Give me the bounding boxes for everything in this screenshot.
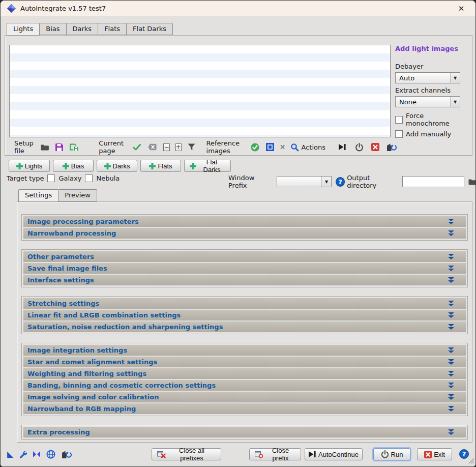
add-lights-button[interactable]: Lights <box>9 160 50 172</box>
target-type-label: Target type <box>7 174 44 182</box>
tab-preview[interactable]: Preview <box>58 189 97 201</box>
add-flats-button[interactable]: Flats <box>140 160 181 172</box>
section-title: Saturation, noise reduction and sharpeni… <box>23 323 223 331</box>
collapse-sections-icon[interactable]: − <box>163 143 169 151</box>
section-title: Linear fit and LRGB combination settings <box>23 311 181 319</box>
reference-frame-icon[interactable] <box>266 143 274 151</box>
chevron-double-down-icon <box>448 301 455 306</box>
section-header-narrowband-rgb-mapping[interactable]: Narrowband to RGB mapping <box>23 403 466 414</box>
compress-window-icon[interactable] <box>33 451 41 458</box>
section-title: Other parameters <box>23 253 94 260</box>
clear-page-backspace-icon[interactable] <box>148 143 157 151</box>
clear-reference-x-icon[interactable]: ✕ <box>280 143 286 151</box>
output-directory-input[interactable] <box>402 176 464 187</box>
window-title: AutoIntegrate v1.57 test7 <box>20 5 106 12</box>
window-prefix-help-icon[interactable]: ? <box>336 177 345 187</box>
chevron-double-down-icon <box>448 406 455 412</box>
tab-flats[interactable]: Flats <box>98 23 127 35</box>
section-title: Image processing parameters <box>23 218 139 225</box>
tab-lights[interactable]: Lights <box>7 23 40 36</box>
close-all-prefixes-button[interactable]: Close all prefixes <box>152 448 221 460</box>
screen-refresh-icon[interactable] <box>386 143 397 152</box>
dropdown-arrow-icon: ▼ <box>450 73 460 83</box>
tab-bias[interactable]: Bias <box>39 23 66 35</box>
section-header-weighting-filtering[interactable]: Weighting and filtering settings <box>23 368 466 379</box>
nebula-checkbox[interactable] <box>85 174 93 182</box>
section-title: Extra processing <box>23 428 90 436</box>
tab-flat-darks[interactable]: Flat Darks <box>126 23 173 35</box>
file-toolbar: Setup file Current page − + Reference <box>10 140 397 154</box>
section-title: Star and comet alignment settings <box>23 358 157 366</box>
section-header-banding-binning-cosmetic[interactable]: Banding, binning and cosmetic correction… <box>23 380 466 391</box>
setup-file-label: Setup file <box>14 139 35 155</box>
add-flat-darks-label: Flat Darks <box>198 158 225 173</box>
chevron-double-down-icon <box>448 219 455 224</box>
plus-icon <box>16 163 23 169</box>
wrench-icon[interactable] <box>19 450 27 458</box>
settings-group-integration: Image integration settings Star and come… <box>21 343 468 416</box>
galaxy-label: Galaxy <box>58 174 81 182</box>
set-reference-check-icon[interactable] <box>251 143 259 152</box>
close-prefix-button[interactable]: Close prefix <box>249 448 301 460</box>
debayer-value: Auto <box>396 74 450 82</box>
actions-label: Actions <box>302 143 326 151</box>
section-header-extra-processing[interactable]: Extra processing <box>23 427 466 437</box>
add-flat-darks-button[interactable]: Flat Darks <box>184 160 231 172</box>
galaxy-checkbox[interactable] <box>47 174 55 182</box>
chevron-double-down-icon <box>448 394 455 400</box>
screen-refresh-icon[interactable] <box>61 450 72 459</box>
save-setup-file-as-icon[interactable] <box>70 143 78 151</box>
run-power-icon[interactable] <box>355 143 364 152</box>
section-header-saturation-noise-sharpening[interactable]: Saturation, noise reduction and sharpeni… <box>23 322 466 332</box>
dropdown-arrow-icon: ▼ <box>450 97 460 107</box>
find-reference-search-icon[interactable] <box>290 143 299 152</box>
add-manually-checkbox[interactable] <box>395 130 403 138</box>
add-darks-button[interactable]: Darks <box>97 160 137 172</box>
section-title: Narrowband processing <box>23 229 116 237</box>
section-header-save-final-files[interactable]: Save final image files <box>23 263 466 274</box>
open-setup-file-folder-icon[interactable] <box>41 144 49 151</box>
dropdown-arrow-icon: ▼ <box>321 177 331 187</box>
globe-icon[interactable] <box>46 450 55 459</box>
extract-channels-select[interactable]: None ▼ <box>395 96 460 107</box>
chevron-double-down-icon <box>448 254 455 259</box>
window-prefix-select[interactable]: ▼ <box>277 176 332 187</box>
exit-red-x-icon[interactable] <box>371 143 379 151</box>
autocontinue-skip-icon[interactable] <box>339 144 346 150</box>
save-setup-file-icon[interactable] <box>55 143 63 151</box>
section-header-stretching[interactable]: Stretching settings <box>23 298 466 309</box>
section-header-linear-fit-lrgb[interactable]: Linear fit and LRGB combination settings <box>23 310 466 320</box>
accept-page-check-icon[interactable] <box>133 144 141 151</box>
section-header-image-solving-color-calibration[interactable]: Image solving and color calibration <box>23 392 466 402</box>
debayer-select[interactable]: Auto ▼ <box>395 72 460 83</box>
section-header-interface-settings[interactable]: Interface settings <box>23 275 466 285</box>
section-header-narrowband-processing[interactable]: Narrowband processing <box>23 228 466 239</box>
new-instance-icon[interactable]: ◣ <box>7 451 13 458</box>
force-monochrome-checkbox[interactable] <box>395 116 403 124</box>
section-header-image-processing[interactable]: Image processing parameters <box>23 216 466 227</box>
chevron-double-down-icon <box>448 347 455 353</box>
output-directory-folder-icon[interactable] <box>468 179 476 185</box>
section-header-other-parameters[interactable]: Other parameters <box>23 251 466 262</box>
expand-sections-icon[interactable]: + <box>175 143 182 151</box>
close-windows-red-x-icon <box>157 451 166 458</box>
settings-group-stretching: Stretching settings Linear fit and LRGB … <box>21 296 468 334</box>
section-title: Image solving and color calibration <box>23 393 159 401</box>
section-header-star-comet-alignment[interactable]: Star and comet alignment settings <box>23 357 466 367</box>
window-resize-grip[interactable] <box>468 457 474 465</box>
close-window-button[interactable]: ✕ <box>455 2 468 15</box>
run-button[interactable]: Run <box>373 448 410 460</box>
filter-icon[interactable] <box>188 143 195 151</box>
autocontinue-button[interactable]: AutoContinue <box>305 448 363 460</box>
tab-darks[interactable]: Darks <box>66 23 99 35</box>
title-bar[interactable]: AutoIntegrate v1.57 test7 ✕ <box>1 1 475 17</box>
add-bias-button[interactable]: Bias <box>53 160 94 172</box>
tab-settings[interactable]: Settings <box>18 189 58 202</box>
section-header-image-integration[interactable]: Image integration settings <box>23 345 466 356</box>
extract-channels-label: Extract channels <box>395 86 469 94</box>
exit-button[interactable]: Exit <box>417 448 452 460</box>
target-options-row: Target type Galaxy Nebula Window Prefix … <box>1 174 476 186</box>
exit-red-x-icon <box>424 451 432 458</box>
current-page-label: Current page <box>99 139 128 155</box>
light-files-list[interactable] <box>9 45 391 137</box>
